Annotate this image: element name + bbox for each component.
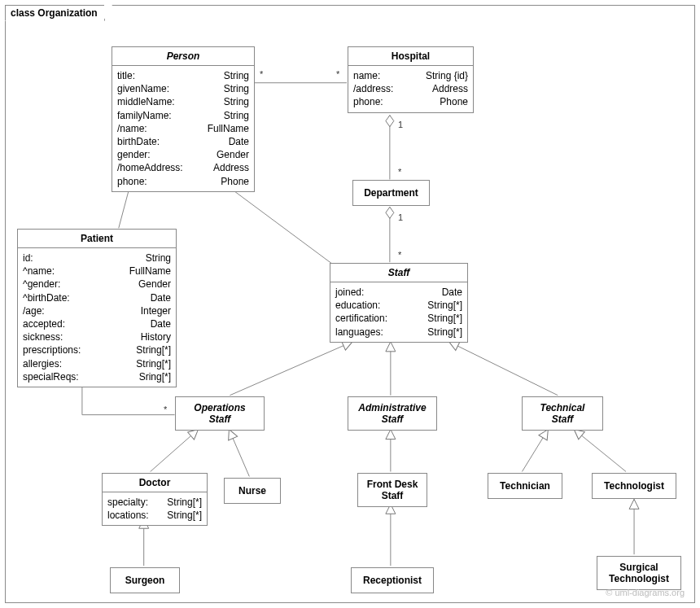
class-staff: Staff joined:Date education:String[*] ce… <box>330 263 468 343</box>
svg-line-4 <box>218 179 332 264</box>
svg-line-5 <box>230 342 352 396</box>
class-receptionist: Receptionist <box>351 567 434 593</box>
svg-line-8 <box>151 430 199 472</box>
outer-border: class Organization <box>5 5 695 603</box>
svg-line-12 <box>574 430 626 472</box>
diagram-frame: class Organization <box>0 0 700 608</box>
class-hospital-title: Hospital <box>348 47 473 66</box>
class-doctor-title: Doctor <box>103 474 207 492</box>
class-operations-staff: OperationsStaff <box>175 396 265 431</box>
class-staff-body: joined:Date education:String[*] certific… <box>330 282 467 342</box>
class-doctor: Doctor specialty:String[*] locations:Str… <box>102 473 208 526</box>
class-technician-title: Technician <box>488 474 562 498</box>
class-technical-staff-title: TechnicalStaff <box>523 397 602 430</box>
mult-person-hospital-left: * <box>260 69 263 79</box>
mult-patient-ops-o: * <box>164 405 167 414</box>
class-surgeon-title: Surgeon <box>111 568 179 593</box>
class-patient-body: id:String ^name:FullName ^gender:Gender … <box>18 248 176 387</box>
svg-line-7 <box>449 342 558 396</box>
class-technologist: Technologist <box>592 473 676 499</box>
mult-hospital-dept-1: 1 <box>398 120 403 129</box>
class-doctor-body: specialty:String[*] locations:String[*] <box>103 492 207 525</box>
class-technical-staff: TechnicalStaff <box>522 396 603 431</box>
class-administrative-staff: AdministrativeStaff <box>348 396 437 431</box>
svg-line-11 <box>522 430 548 472</box>
class-surgical-technologist: SurgicalTechnologist <box>597 556 681 590</box>
class-patient-title: Patient <box>18 230 176 248</box>
class-technician: Technician <box>488 473 562 499</box>
class-hospital: Hospital name:String {id} /address:Addre… <box>348 46 474 113</box>
class-hospital-body: name:String {id} /address:Address phone:… <box>348 66 473 112</box>
class-person-body: title:String givenName:String middleName… <box>112 66 254 191</box>
class-technologist-title: Technologist <box>593 474 676 498</box>
class-person: Person title:String givenName:String mid… <box>112 46 255 192</box>
mult-hospital-dept-many: * <box>398 167 401 177</box>
frame-title: class Organization <box>5 5 105 21</box>
class-surgeon: Surgeon <box>110 567 180 593</box>
class-receptionist-title: Receptionist <box>352 568 433 593</box>
class-nurse: Nurse <box>224 478 281 504</box>
class-nurse-title: Nurse <box>225 479 280 503</box>
credit-text: © uml-diagrams.org <box>606 588 685 597</box>
class-department: Department <box>352 180 430 206</box>
mult-dept-staff-1: 1 <box>398 212 403 222</box>
class-person-title: Person <box>112 47 254 66</box>
class-front-desk-staff: Front DeskStaff <box>357 473 427 507</box>
mult-person-hospital-right: * <box>336 69 339 79</box>
class-administrative-staff-title: AdministrativeStaff <box>348 397 436 430</box>
class-operations-staff-title: OperationsStaff <box>176 397 264 430</box>
mult-dept-staff-many: * <box>398 250 401 260</box>
class-staff-title: Staff <box>330 264 467 282</box>
class-patient: Patient id:String ^name:FullName ^gender… <box>17 229 177 387</box>
svg-line-9 <box>229 430 249 477</box>
class-front-desk-staff-title: Front DeskStaff <box>358 474 427 506</box>
class-surgical-technologist-title: SurgicalTechnologist <box>597 557 680 589</box>
class-department-title: Department <box>353 181 429 205</box>
